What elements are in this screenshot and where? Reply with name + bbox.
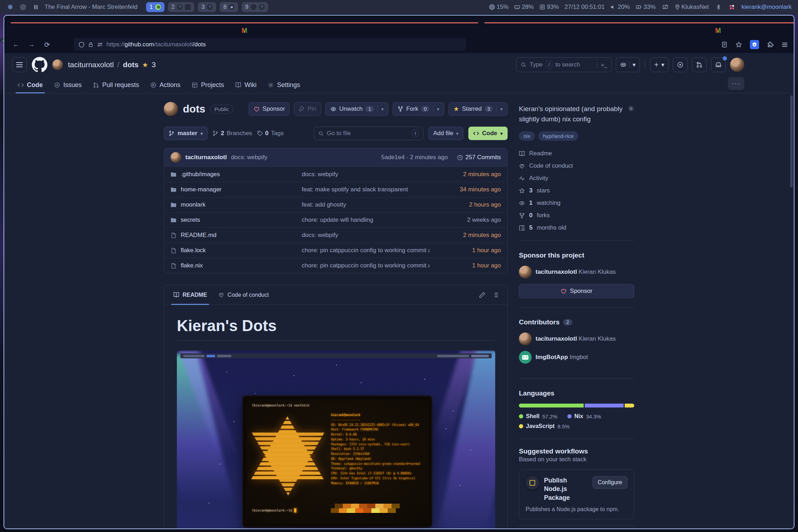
copilot-button[interactable]: ▾ (616, 57, 640, 72)
bitwarden-icon[interactable] (750, 40, 759, 49)
edit-readme-icon[interactable] (479, 292, 485, 298)
contributor-taciturnaxolotl[interactable]: taciturnaxolotl Kieran Klukas (519, 332, 634, 345)
repo-tab-pull-requests[interactable]: Pull requests (89, 81, 143, 93)
file-commit-message[interactable]: feat: add ghostty (302, 201, 429, 208)
code-button[interactable]: Code▾ (468, 127, 508, 140)
meta-stars[interactable]: 3stars (519, 187, 634, 194)
topic-hyprland-rice[interactable]: hyprland-rice (538, 131, 578, 141)
workspace-2[interactable]: 2⌂? (168, 2, 195, 12)
lock-icon[interactable] (88, 42, 93, 47)
sponsor-avatar[interactable] (519, 266, 532, 278)
bluetooth-icon[interactable] (715, 3, 722, 11)
tags-link[interactable]: 0Tags (257, 130, 284, 137)
meta-activity[interactable]: Activity (519, 175, 634, 182)
file-row-moonlark[interactable]: moonlarkfeat: add ghostty2 hours ago (164, 197, 507, 212)
breadcrumb-repo[interactable]: dots (123, 60, 138, 69)
nix-icon[interactable]: ❄ (6, 3, 14, 11)
file-commit-message[interactable]: docs: webpify (302, 171, 429, 178)
pinned-tab-gmail-1[interactable]: M (483, 24, 794, 37)
inbox-button[interactable] (711, 57, 726, 72)
meta-months-old[interactable]: 5months old (519, 224, 634, 231)
file-row-secrets[interactable]: secretschore: update wifi handling2 week… (164, 212, 507, 227)
workspace-1[interactable]: 1 (146, 2, 164, 12)
shield-icon[interactable] (79, 42, 85, 48)
commit-message[interactable]: docs: webpify (231, 154, 267, 161)
repo-nav-overflow-button[interactable]: ··· (728, 77, 744, 90)
file-name[interactable]: moonlark (181, 201, 297, 208)
now-playing[interactable]: The Final Arrow - Marc Streitenfeld (45, 4, 138, 11)
sponsor-project-button[interactable]: Sponsor (519, 284, 634, 298)
unwatch-button[interactable]: Unwatch 1 ▾ (325, 102, 388, 116)
tab-readme[interactable]: README (168, 285, 213, 305)
file-name[interactable]: flake.lock (181, 247, 297, 254)
menu-icon[interactable] (781, 41, 788, 48)
file-commit-message[interactable]: feat: make spotify and slack transparent (302, 186, 429, 193)
latest-commit-row[interactable]: taciturnaxolotl docs: webpify 5ade1e4 · … (164, 148, 507, 167)
extensions-icon[interactable] (767, 41, 774, 48)
fork-caret[interactable]: ▾ (437, 106, 439, 112)
pinned-tab-gmail-0[interactable]: M (9, 24, 480, 37)
fork-button[interactable]: Fork 0 ▾ (393, 102, 444, 116)
file-name[interactable]: README.md (181, 232, 297, 239)
file-name[interactable]: secrets (181, 216, 297, 224)
back-button[interactable]: ← (10, 41, 22, 48)
repo-tab-wiki[interactable]: Wiki (231, 81, 261, 93)
workspace-9[interactable]: 9? (242, 2, 268, 12)
contributor-imgbotapp[interactable]: ImgBotApp Imgbot (519, 351, 634, 364)
repo-tab-code[interactable]: Code (13, 81, 47, 93)
branch-selector[interactable]: master▾ (164, 127, 208, 140)
network-indicator[interactable]: KlukasNet (675, 4, 709, 11)
breadcrumb-avatar[interactable] (52, 59, 63, 70)
workspace-8[interactable]: 8✱ (220, 2, 238, 12)
meta-code-of-conduct[interactable]: Code of conduct (519, 162, 634, 169)
file-row--github-images[interactable]: .github/imagesdocs: webpify2 minutes ago (164, 167, 507, 182)
file-commit-message[interactable]: chore: pin catppuccin config to working … (302, 262, 429, 269)
global-nav-menu-button[interactable] (12, 57, 27, 72)
repo-tab-issues[interactable]: Issues (50, 81, 86, 93)
language-shell[interactable]: Shell57.2% (519, 413, 557, 420)
add-file-button[interactable]: Add file▾ (428, 127, 463, 140)
meta-watching[interactable]: 1watching (519, 200, 634, 207)
watch-caret[interactable]: ▾ (381, 106, 384, 112)
file-name[interactable]: home-manager (181, 186, 297, 193)
file-row-flake-lock[interactable]: flake.lockchore: pin catppuccin config t… (164, 243, 507, 258)
star-caret[interactable]: ▾ (500, 106, 503, 112)
github-logo[interactable] (32, 57, 47, 73)
file-commit-message[interactable]: docs: webpify (302, 232, 429, 239)
starred-button[interactable]: ★ Starred 3 ▾ (449, 102, 508, 116)
pause-icon[interactable] (32, 3, 40, 11)
sponsor-button[interactable]: Sponsor (249, 102, 290, 116)
commit-sha-time[interactable]: 5ade1e4 · 2 minutes ago (381, 154, 448, 161)
permissions-icon[interactable] (97, 42, 103, 48)
media-app-icon[interactable] (19, 3, 27, 11)
file-commit-message[interactable]: chore: pin catppuccin config to working … (302, 247, 429, 254)
edit-about-gear-icon[interactable] (628, 105, 634, 112)
volume-stat[interactable]: 20% (610, 4, 630, 11)
branches-link[interactable]: 2Branches (213, 130, 252, 137)
repo-owner-avatar[interactable] (164, 102, 178, 116)
command-palette-icon[interactable]: >_ (597, 62, 607, 68)
global-search-input[interactable]: Type/to search >_ (516, 57, 612, 72)
topic-nix[interactable]: nix (519, 131, 535, 141)
reload-button[interactable]: ⟳ (41, 41, 53, 49)
contributor-avatar[interactable] (519, 332, 532, 345)
create-new-button[interactable]: +▾ (650, 57, 669, 72)
repo-tab-actions[interactable]: Actions (146, 81, 185, 93)
file-name[interactable]: .github/images (181, 171, 297, 178)
file-name[interactable]: flake.nix (181, 262, 297, 269)
repo-title[interactable]: dots (183, 103, 205, 115)
file-row-readme-md[interactable]: README.mddocs: webpify2 minutes ago (164, 227, 507, 243)
outline-icon[interactable] (492, 292, 499, 298)
file-commit-message[interactable]: chore: update wifi handling (302, 216, 429, 224)
tab-code-of-conduct[interactable]: Code of conduct (213, 285, 274, 305)
pin-button[interactable]: Pin (294, 102, 321, 116)
commit-author-avatar[interactable] (170, 152, 181, 163)
user-avatar[interactable] (730, 58, 744, 72)
workspace-3[interactable]: 3? (198, 2, 216, 12)
commit-author[interactable]: taciturnaxolotl (185, 154, 227, 161)
reader-mode-icon[interactable] (721, 41, 728, 48)
meta-readme[interactable]: Readme (519, 150, 634, 157)
file-row-home-manager[interactable]: home-managerfeat: make spotify and slack… (164, 182, 507, 197)
sponsor-person[interactable]: taciturnaxolotl Kieran Klukas (519, 266, 634, 278)
url-bar[interactable]: https://github.com/taciturnaxolotl/dots (74, 38, 466, 51)
